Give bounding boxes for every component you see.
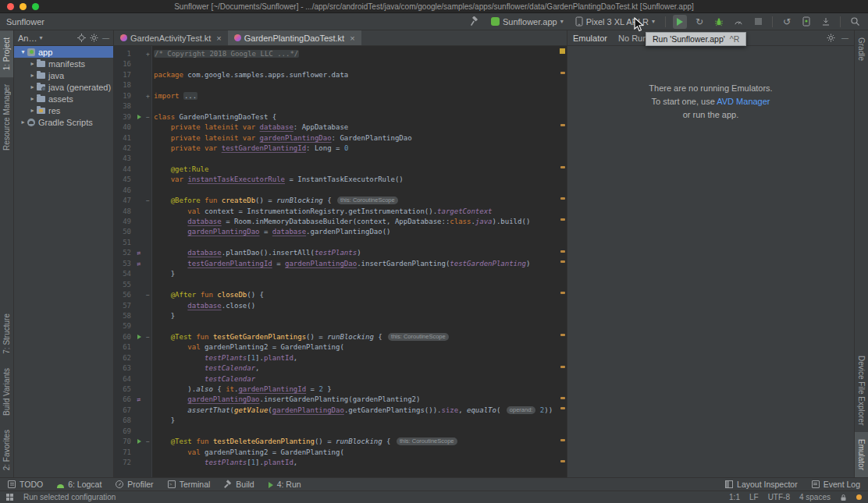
line-number[interactable]: 69 — [114, 427, 134, 437]
line-number[interactable]: 49 — [114, 217, 134, 227]
tool-button-event-log[interactable]: Event Log — [812, 480, 860, 489]
line-number[interactable]: 44 — [114, 165, 134, 175]
fold-marker[interactable]: − — [144, 196, 152, 206]
close-window-icon[interactable] — [7, 3, 14, 10]
code-line[interactable]: 51 — [114, 238, 567, 248]
debug-icon[interactable] — [712, 15, 726, 29]
line-number[interactable]: 62 — [114, 353, 134, 363]
close-tab-icon[interactable]: × — [350, 34, 354, 43]
lock-icon[interactable] — [840, 494, 847, 501]
gradle-sync-icon[interactable]: ↺ — [780, 15, 794, 29]
code-line[interactable]: 17package com.google.samples.apps.sunflo… — [114, 70, 567, 80]
fold-marker[interactable]: − — [144, 290, 152, 300]
run-button[interactable] — [673, 15, 687, 29]
settings-gear-icon[interactable] — [827, 34, 835, 42]
code-line[interactable]: 61 val gardenPlanting2 = GardenPlanting( — [114, 342, 567, 352]
code-line[interactable]: 64 testCalendar — [114, 374, 567, 384]
tree-item-res[interactable]: ▸res — [14, 104, 113, 116]
run-test-icon[interactable] — [134, 112, 144, 122]
code-line[interactable]: 48 val context = InstrumentationRegistry… — [114, 207, 567, 217]
suspend-call-icon[interactable]: ⇄ — [134, 259, 144, 269]
code-line[interactable]: 46 — [114, 186, 567, 196]
line-number[interactable]: 17 — [114, 70, 134, 80]
code-editor[interactable]: 1+/* Copyright 2018 Google LLC ...*/1617… — [114, 46, 567, 477]
line-number[interactable]: 67 — [114, 406, 134, 416]
tool-stripe-emulator[interactable]: Emulator — [855, 432, 868, 477]
code-line[interactable]: 66⇄ gardenPlantingDao.insertGardenPlanti… — [114, 395, 567, 405]
tool-button-todo[interactable]: TODO — [8, 480, 43, 489]
code-line[interactable]: 18 — [114, 80, 567, 90]
chevron-right-icon[interactable]: ▸ — [28, 60, 37, 67]
fold-marker[interactable]: + — [144, 91, 152, 101]
code-line[interactable]: 58 } — [114, 311, 567, 321]
line-number[interactable]: 55 — [114, 280, 134, 290]
tool-button-layout-inspector[interactable]: Layout Inspector — [725, 480, 798, 489]
tool-stripe-7-structure[interactable]: 7: Structure — [0, 306, 13, 361]
line-ending-indicator[interactable]: LF — [749, 493, 759, 501]
avd-manager-link[interactable]: AVD Manager — [717, 97, 770, 106]
encoding-indicator[interactable]: UTF-8 — [768, 493, 790, 501]
code-line[interactable]: 54 } — [114, 269, 567, 279]
tree-item-gradle-scripts[interactable]: ▸Gradle Scripts — [14, 116, 113, 128]
editor-tab-gardenactivitytest-kt[interactable]: GardenActivityTest.kt× — [114, 30, 228, 45]
run-config-dropdown[interactable]: Sunflower.app ▾ — [488, 16, 567, 27]
line-number[interactable]: 48 — [114, 207, 134, 217]
code-line[interactable]: 47− @Before fun createDb() = runBlocking… — [114, 196, 567, 206]
code-line[interactable]: 56− @After fun closeDb() { — [114, 290, 567, 300]
code-line[interactable]: 38 — [114, 101, 567, 112]
suspend-call-icon[interactable]: ⇄ — [134, 248, 144, 258]
line-number[interactable]: 40 — [114, 122, 134, 133]
line-number[interactable]: 1 — [114, 49, 134, 59]
tool-stripe-2-favorites[interactable]: 2: Favorites — [0, 423, 13, 477]
line-number[interactable]: 65 — [114, 384, 134, 395]
notification-dot-icon[interactable] — [856, 494, 862, 500]
sdk-manager-icon[interactable] — [819, 15, 833, 29]
line-number[interactable]: 60 — [114, 332, 134, 342]
code-line[interactable]: 59 — [114, 321, 567, 331]
line-number[interactable]: 56 — [114, 290, 134, 300]
code-line[interactable]: 1+/* Copyright 2018 Google LLC ...*/ — [114, 49, 567, 59]
code-line[interactable]: 69 — [114, 427, 567, 437]
zoom-window-icon[interactable] — [32, 3, 39, 10]
line-number[interactable]: 38 — [114, 101, 134, 112]
code-line[interactable]: 68 } — [114, 416, 567, 426]
code-line[interactable]: 72 testPlants[1].plantId, — [114, 458, 567, 468]
tool-button-build[interactable]: Build — [224, 480, 254, 489]
tree-item-assets[interactable]: ▸assets — [14, 93, 113, 104]
chevron-right-icon[interactable]: ▸ — [19, 119, 27, 126]
line-number[interactable]: 42 — [114, 143, 134, 154]
chevron-right-icon[interactable]: ▸ — [28, 83, 37, 90]
code-line[interactable]: 60− @Test fun testGetGardenPlantings() =… — [114, 332, 567, 342]
fold-marker[interactable]: − — [144, 332, 152, 342]
line-number[interactable]: 66 — [114, 395, 134, 405]
code-line[interactable]: 40 private lateinit var database: AppDat… — [114, 122, 567, 133]
minimize-window-icon[interactable] — [20, 3, 27, 10]
line-number[interactable]: 50 — [114, 227, 134, 237]
line-number[interactable]: 39 — [114, 112, 134, 122]
line-number[interactable]: 59 — [114, 321, 134, 331]
code-line[interactable]: 55 — [114, 280, 567, 290]
editor-tab-gardenplantingdaotest-kt[interactable]: GardenPlantingDaoTest.kt× — [228, 30, 361, 45]
code-line[interactable]: 62 testPlants[1].plantId, — [114, 353, 567, 363]
line-number[interactable]: 52 — [114, 248, 134, 258]
suspend-call-icon[interactable]: ⇄ — [134, 395, 144, 405]
tool-button-profiler[interactable]: Profiler — [116, 480, 153, 489]
tool-button-terminal[interactable]: Terminal — [168, 480, 211, 489]
line-number[interactable]: 51 — [114, 238, 134, 248]
search-everywhere-icon[interactable] — [848, 15, 862, 29]
code-line[interactable]: 43 — [114, 154, 567, 164]
code-line[interactable]: 52⇄ database.plantDao().insertAll(testPl… — [114, 248, 567, 258]
run-test-icon[interactable] — [134, 437, 144, 447]
tool-stripe-build-variants[interactable]: Build Variants — [0, 361, 13, 423]
line-number[interactable]: 43 — [114, 154, 134, 164]
error-stripe[interactable] — [560, 46, 567, 477]
fold-marker[interactable]: − — [144, 112, 152, 122]
tree-item-app[interactable]: ▾app — [14, 46, 113, 58]
code-line[interactable]: 41 private lateinit var gardenPlantingDa… — [114, 133, 567, 143]
line-number[interactable]: 71 — [114, 448, 134, 458]
line-number[interactable]: 47 — [114, 196, 134, 206]
line-number[interactable]: 46 — [114, 186, 134, 196]
code-line[interactable]: 50 gardenPlantingDao = database.gardenPl… — [114, 227, 567, 237]
line-number[interactable]: 70 — [114, 437, 134, 447]
build-hammer-icon[interactable] — [468, 15, 482, 29]
